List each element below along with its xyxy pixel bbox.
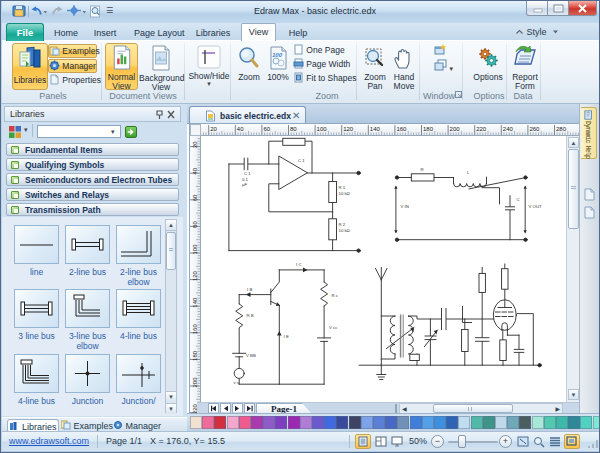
- svg-text:280: 280: [556, 126, 567, 132]
- svg-text:100: 100: [317, 126, 328, 132]
- svg-text:80: 80: [192, 221, 198, 228]
- svg-text:80: 80: [290, 126, 297, 132]
- svg-text:180: 180: [423, 126, 434, 132]
- svg-text:100: 100: [272, 52, 283, 58]
- svg-text:140: 140: [192, 297, 198, 308]
- svg-text:40: 40: [237, 126, 244, 132]
- svg-text:260: 260: [529, 126, 540, 132]
- svg-text:140: 140: [370, 126, 381, 132]
- svg-text:200: 200: [192, 377, 198, 388]
- svg-text:160: 160: [396, 126, 407, 132]
- svg-text:60: 60: [263, 126, 270, 132]
- svg-text:180: 180: [192, 350, 198, 361]
- svg-text:120: 120: [192, 270, 198, 281]
- svg-text:200: 200: [450, 126, 461, 132]
- svg-text:20: 20: [192, 141, 198, 148]
- svg-text:220: 220: [476, 126, 487, 132]
- svg-text:20: 20: [210, 126, 217, 132]
- svg-text:40: 40: [192, 167, 198, 174]
- svg-text:100: 100: [192, 244, 198, 255]
- svg-text:120: 120: [343, 126, 354, 132]
- svg-text:240: 240: [503, 126, 514, 132]
- svg-text:60: 60: [192, 194, 198, 201]
- svg-text:160: 160: [192, 324, 198, 335]
- svg-text:Dynamic Help: Dynamic Help: [584, 121, 591, 159]
